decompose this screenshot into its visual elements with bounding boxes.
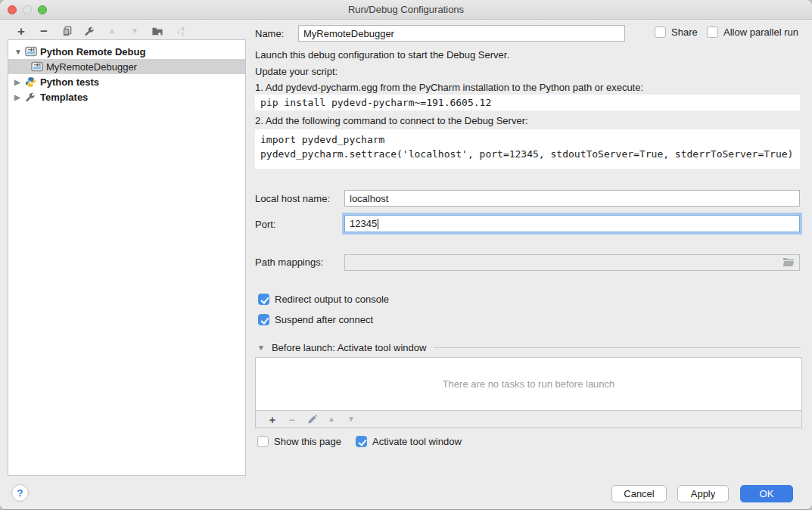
share-checkbox-row[interactable]: Share: [655, 26, 698, 38]
chevron-down-icon[interactable]: ▼: [257, 344, 265, 352]
down-arrow-icon: ▼: [131, 27, 138, 35]
before-launch-header[interactable]: ▼ Before launch: Activate tool window: [257, 342, 801, 353]
activate-tool-window-label: Activate tool window: [372, 436, 462, 447]
chevron-right-icon[interactable]: ▶: [14, 93, 24, 101]
run-debug-configurations-dialog: Run/Debug Configurations + − ▲ ▼ ↓ az ▼ …: [0, 0, 812, 510]
down-arrow-icon: ▼: [347, 415, 355, 423]
name-input[interactable]: MyRemoteDebugger: [298, 25, 625, 42]
question-mark-icon: ?: [17, 487, 23, 499]
empty-tasks-text: There are no tasks to run before launch: [443, 378, 615, 390]
sort-arrow-icon: ↓: [176, 26, 181, 36]
remote-debug-icon: [24, 46, 37, 58]
name-label: Name:: [255, 28, 284, 39]
path-mappings-input[interactable]: [344, 254, 800, 271]
new-folder-button[interactable]: [146, 23, 169, 39]
pencil-icon: [307, 415, 317, 424]
show-this-page-checkbox[interactable]: [257, 436, 269, 447]
activate-tool-window-checkbox[interactable]: [356, 436, 367, 447]
minus-icon: −: [40, 25, 48, 38]
show-this-page-row[interactable]: Show this page: [257, 436, 341, 447]
share-label: Share: [671, 26, 698, 38]
templates-wrench-icon: [24, 92, 37, 103]
sort-configurations-button: ↓ az: [169, 23, 191, 39]
local-host-name-input[interactable]: localhost: [344, 190, 800, 207]
redirect-output-label: Redirect output to console: [275, 294, 389, 305]
local-host-name-label: Local host name:: [255, 193, 330, 204]
configurations-tree: ▼ Python Remote Debug MyRemoteDebugger ▶…: [8, 39, 246, 476]
edit-defaults-button[interactable]: [78, 23, 101, 39]
redirect-output-row[interactable]: Redirect output to console: [258, 294, 389, 305]
up-arrow-icon: ▲: [328, 415, 335, 423]
move-task-down-button: ▼: [341, 412, 361, 427]
port-input[interactable]: 12345: [344, 215, 800, 232]
pip-install-command: pip install pydevd-pycharm~=191.6605.12: [255, 95, 800, 110]
tree-group-python-tests[interactable]: ▶ Python tests: [8, 74, 245, 89]
move-task-up-button: ▲: [322, 412, 341, 427]
instruction-line-2: Update your script:: [255, 66, 338, 77]
settrace-code-block: import pydevd_pycharm pydevd_pycharm.set…: [255, 129, 800, 169]
instruction-line-1: Launch this debug configuration to start…: [255, 49, 509, 61]
ok-button[interactable]: OK: [740, 485, 793, 502]
add-configuration-button[interactable]: +: [10, 23, 33, 39]
move-up-button: ▲: [101, 23, 123, 39]
suspend-after-connect-checkbox[interactable]: [258, 314, 269, 325]
plus-icon: +: [17, 25, 25, 38]
minus-icon: −: [289, 414, 296, 425]
zoom-window-button[interactable]: [38, 5, 47, 14]
add-task-button[interactable]: +: [263, 412, 282, 427]
remove-task-button: −: [282, 412, 302, 427]
chevron-down-icon[interactable]: ▼: [14, 48, 24, 56]
chevron-right-icon[interactable]: ▶: [14, 78, 24, 86]
tree-group-python-remote-debug[interactable]: ▼ Python Remote Debug: [8, 44, 245, 59]
suspend-after-connect-row[interactable]: Suspend after connect: [258, 314, 373, 325]
tree-item-myremotedebugger[interactable]: MyRemoteDebugger: [8, 59, 245, 74]
before-launch-toolbar: + − ▲ ▼: [255, 411, 802, 428]
show-this-page-label: Show this page: [274, 436, 341, 447]
sort-az-icon: az: [182, 26, 185, 36]
remote-debug-icon: [30, 61, 43, 73]
help-button[interactable]: ?: [11, 484, 29, 502]
wrench-icon: [84, 26, 95, 37]
new-folder-icon: [151, 26, 163, 37]
instruction-step-1: 1. Add pydevd-pycharm.egg from the PyCha…: [255, 82, 643, 93]
before-launch-panel: There are no tasks to run before launch …: [255, 357, 802, 428]
before-launch-empty-list: There are no tasks to run before launch: [255, 357, 802, 411]
before-launch-title: Before launch: Activate tool window: [272, 342, 427, 353]
tree-item-label: MyRemoteDebugger: [46, 61, 137, 73]
cancel-button[interactable]: Cancel: [611, 485, 667, 502]
tree-item-label: Templates: [40, 92, 88, 103]
copy-icon: [61, 26, 73, 37]
remove-configuration-button[interactable]: −: [33, 23, 55, 39]
code-line-2: pydevd_pycharm.settrace('localhost', por…: [260, 147, 795, 161]
allow-parallel-run-label: Allow parallel run: [723, 26, 798, 38]
edit-task-button: [302, 412, 322, 427]
suspend-after-connect-label: Suspend after connect: [275, 314, 373, 325]
up-arrow-icon: ▲: [108, 27, 116, 35]
python-icon: [24, 76, 37, 88]
text-caret: [378, 219, 378, 229]
close-window-button[interactable]: [8, 5, 17, 14]
allow-parallel-run-checkbox-row[interactable]: Allow parallel run: [707, 26, 798, 38]
minimize-window-button: [23, 5, 32, 14]
share-checkbox[interactable]: [655, 26, 666, 38]
window-title: Run/Debug Configurations: [0, 0, 812, 19]
copy-configuration-button[interactable]: [55, 23, 78, 39]
section-divider: [434, 347, 801, 348]
redirect-output-checkbox[interactable]: [258, 294, 269, 305]
port-label: Port:: [255, 219, 275, 230]
instruction-step-2: 2. Add the following command to connect …: [255, 115, 528, 126]
tree-item-label: Python tests: [40, 76, 99, 88]
tree-group-templates[interactable]: ▶ Templates: [8, 89, 245, 104]
activate-tool-window-row[interactable]: Activate tool window: [356, 436, 462, 447]
move-down-button: ▼: [123, 23, 146, 39]
title-bar: Run/Debug Configurations: [0, 0, 812, 20]
path-mappings-label: Path mappings:: [255, 257, 323, 268]
tree-item-label: Python Remote Debug: [40, 46, 145, 58]
browse-folder-icon[interactable]: [782, 257, 795, 268]
allow-parallel-run-checkbox[interactable]: [707, 26, 718, 38]
apply-button[interactable]: Apply: [677, 485, 729, 502]
configurations-toolbar: + − ▲ ▼ ↓ az: [10, 23, 191, 39]
plus-icon: +: [269, 414, 276, 425]
code-line-1: import pydevd_pycharm: [260, 132, 795, 147]
